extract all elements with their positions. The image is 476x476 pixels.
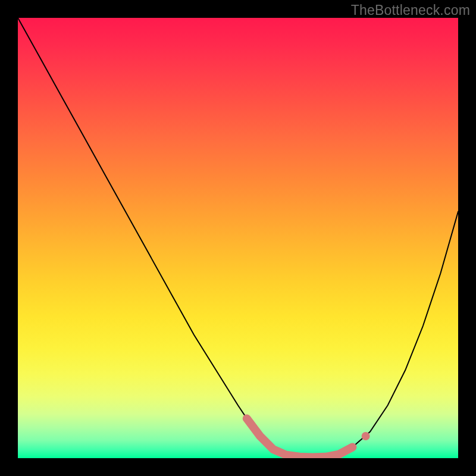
curve-layer [18,18,458,458]
chart-frame: TheBottleneck.com [0,0,476,476]
highlight-band [247,418,353,457]
bottleneck-curve [18,18,458,458]
watermark-text: TheBottleneck.com [351,2,470,18]
highlight-dot [362,432,370,440]
plot-area [18,18,458,458]
